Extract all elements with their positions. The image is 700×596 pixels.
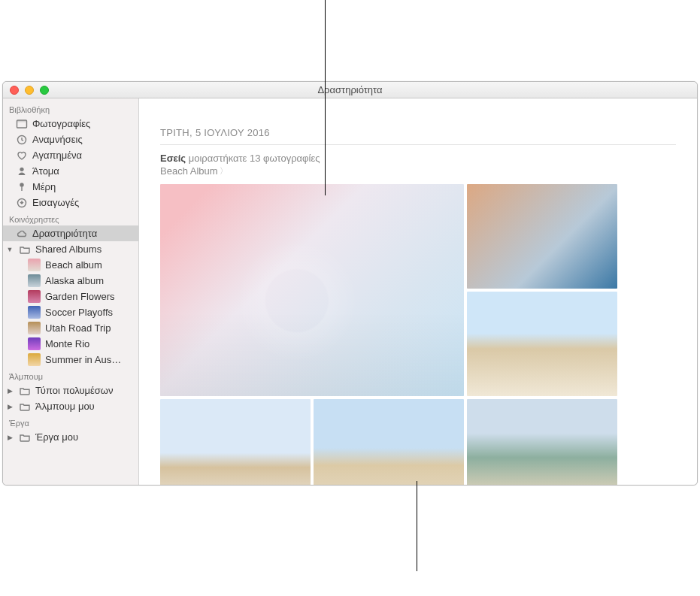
chevron-right-icon[interactable]: ▶ [5, 433, 14, 442]
sidebar-item-label: Αγαπημένα [32, 150, 82, 161]
album-thumbnail [28, 259, 41, 271]
folder-icon [19, 431, 31, 443]
svg-rect-1 [17, 120, 27, 123]
sidebar-item-album-monte-rio[interactable]: Monte Rio [3, 336, 138, 352]
sidebar-item-label: Beach album [45, 259, 102, 271]
minimize-button[interactable] [25, 86, 34, 95]
sidebar-item-label: Monte Rio [45, 338, 89, 349]
clock-icon [16, 134, 28, 146]
album-thumbnail [28, 306, 41, 319]
fullscreen-button[interactable] [40, 86, 49, 95]
sidebar-item-label: Alaska album [45, 275, 104, 286]
svg-point-3 [20, 167, 23, 171]
titlebar[interactable]: Δραστηριότητα [3, 82, 697, 98]
sidebar-item-label: Shared Albums [35, 244, 102, 255]
traffic-lights [3, 86, 49, 95]
callout-line-top [325, 0, 326, 195]
chevron-right-icon[interactable]: ▶ [5, 402, 14, 411]
album-thumbnail [28, 274, 41, 287]
content-area: ΤΡΙΤΗ, 5 ΙΟΥΛΙΟΥ 2016 Εσείς μοιραστήκατε… [139, 98, 697, 485]
chevron-down-icon[interactable]: ▼ [5, 245, 14, 254]
photos-icon [16, 118, 28, 130]
sidebar-item-label: Φωτογραφίες [32, 118, 90, 129]
photo-tile[interactable] [467, 184, 617, 289]
sidebar-item-label: Εισαγωγές [32, 197, 79, 208]
sidebar-item-album-alaska[interactable]: Alaska album [3, 273, 138, 289]
person-icon [16, 165, 28, 177]
album-thumbnail [28, 322, 41, 334]
window-body: Βιβλιοθήκη Φωτογραφίες Αναμνήσεις Αγαπημ… [3, 98, 697, 485]
sidebar-item-media-types[interactable]: ▶ Τύποι πολυμέσων [3, 383, 138, 398]
sidebar-item-people[interactable]: Άτομα [3, 163, 138, 179]
chevron-right-icon[interactable]: ▶ [5, 386, 14, 395]
photo-tile[interactable] [314, 399, 464, 485]
sidebar-item-label: Έργα μου [35, 431, 78, 443]
sidebar-item-label: Garden Flowers [45, 291, 114, 302]
album-thumbnail [28, 290, 41, 303]
pin-icon [16, 181, 28, 193]
sidebar-item-my-albums[interactable]: ▶ Άλμπουμ μου [3, 398, 138, 414]
import-icon [16, 197, 28, 209]
sidebar-item-label: Δραστηριότητα [32, 228, 97, 239]
chevron-right-icon: 〉 [220, 165, 228, 177]
sidebar-item-album-beach[interactable]: Beach album [3, 257, 138, 273]
activity-description: Εσείς μοιραστήκατε 13 φωτογραφίες [160, 153, 676, 164]
folder-icon [19, 385, 31, 397]
divider [160, 144, 676, 145]
photo-tile[interactable] [467, 399, 617, 485]
folder-icon [19, 401, 31, 413]
sidebar-item-label: Αναμνήσεις [32, 134, 83, 145]
sidebar-item-shared-albums[interactable]: ▼ Shared Albums [3, 241, 138, 257]
album-thumbnail [28, 353, 41, 366]
sidebar-header-library: Βιβλιοθήκη [3, 101, 138, 116]
sidebar-item-album-garden[interactable]: Garden Flowers [3, 289, 138, 304]
photo-tile[interactable] [160, 399, 311, 485]
activity-text: μοιραστήκατε 13 φωτογραφίες [186, 153, 320, 164]
sidebar-item-favorites[interactable]: Αγαπημένα [3, 147, 138, 163]
sidebar-item-activity[interactable]: Δραστηριότητα [3, 225, 138, 241]
sidebar-header-projects: Έργα [3, 414, 138, 429]
sidebar-item-label: Άλμπουμ μου [35, 401, 95, 412]
close-button[interactable] [10, 86, 19, 95]
heart-icon [16, 150, 28, 162]
sidebar-item-label: Άτομα [32, 165, 59, 177]
activity-album-link[interactable]: Beach Album 〉 [160, 165, 228, 177]
sidebar-item-album-soccer[interactable]: Soccer Playoffs [3, 304, 138, 320]
cloud-icon [16, 228, 28, 240]
photo-tile[interactable] [467, 292, 617, 396]
folder-icon [19, 244, 31, 256]
sidebar-item-label: Summer in Aus… [45, 354, 121, 365]
callout-line-bottom [417, 481, 417, 571]
sidebar-item-my-projects[interactable]: ▶ Έργα μου [3, 429, 138, 445]
sidebar-item-memories[interactable]: Αναμνήσεις [3, 132, 138, 147]
app-window: Δραστηριότητα Βιβλιοθήκη Φωτογραφίες Ανα… [2, 81, 698, 486]
album-thumbnail [28, 337, 41, 350]
activity-date: ΤΡΙΤΗ, 5 ΙΟΥΛΙΟΥ 2016 [160, 127, 676, 138]
sidebar: Βιβλιοθήκη Φωτογραφίες Αναμνήσεις Αγαπημ… [3, 98, 139, 485]
sidebar-item-label: Soccer Playoffs [45, 307, 113, 318]
photo-grid [160, 184, 617, 485]
sidebar-item-label: Μέρη [32, 181, 56, 192]
activity-actor: Εσείς [160, 153, 186, 164]
sidebar-header-albums: Άλμπουμ [3, 368, 138, 383]
window-title: Δραστηριότητα [3, 84, 697, 95]
sidebar-header-shared: Κοινόχρηστες [3, 210, 138, 225]
sidebar-item-places[interactable]: Μέρη [3, 179, 138, 195]
sidebar-item-photos[interactable]: Φωτογραφίες [3, 116, 138, 132]
sidebar-item-album-utah[interactable]: Utah Road Trip [3, 320, 138, 336]
sidebar-item-label: Τύποι πολυμέσων [35, 385, 113, 396]
sidebar-item-label: Utah Road Trip [45, 322, 111, 334]
activity-album-name: Beach Album [160, 165, 218, 177]
photo-tile[interactable] [160, 184, 464, 396]
sidebar-item-album-summer[interactable]: Summer in Aus… [3, 352, 138, 368]
sidebar-item-imports[interactable]: Εισαγωγές [3, 195, 138, 210]
svg-point-4 [20, 183, 23, 186]
